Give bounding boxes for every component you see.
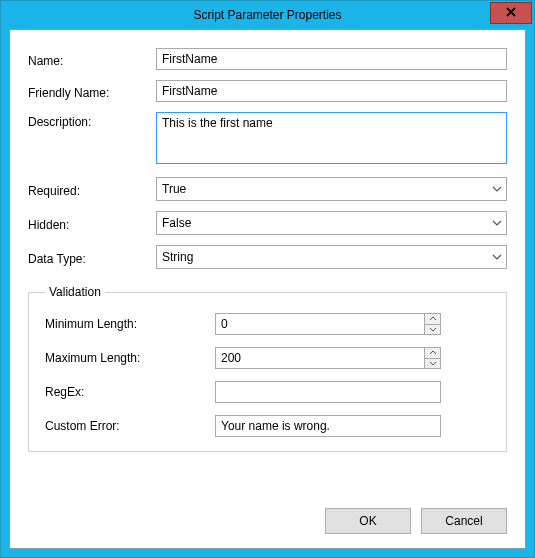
- ok-button[interactable]: OK: [325, 508, 411, 534]
- cancel-button[interactable]: Cancel: [421, 508, 507, 534]
- min-length-label: Minimum Length:: [45, 317, 215, 331]
- hidden-value: False: [162, 216, 191, 230]
- chevron-down-icon: [492, 254, 502, 260]
- data-type-select[interactable]: String: [156, 245, 507, 269]
- description-label: Description:: [28, 112, 156, 129]
- dialog-window: Script Parameter Properties Name: Friend…: [0, 0, 535, 558]
- custom-error-label: Custom Error:: [45, 419, 215, 433]
- name-label: Name:: [28, 51, 156, 68]
- close-button[interactable]: [490, 2, 532, 24]
- max-length-label: Maximum Length:: [45, 351, 215, 365]
- max-length-input[interactable]: [215, 347, 424, 369]
- window-title: Script Parameter Properties: [193, 8, 341, 22]
- chevron-down-icon: [492, 186, 502, 192]
- spin-down-icon[interactable]: [425, 325, 440, 335]
- required-label: Required:: [28, 181, 156, 198]
- spin-down-icon[interactable]: [425, 359, 440, 369]
- chevron-down-icon: [492, 220, 502, 226]
- max-length-stepper[interactable]: [215, 347, 441, 369]
- min-length-input[interactable]: [215, 313, 424, 335]
- required-value: True: [162, 182, 186, 196]
- friendly-name-input[interactable]: [156, 80, 507, 102]
- data-type-label: Data Type:: [28, 249, 156, 266]
- dialog-footer: OK Cancel: [28, 492, 507, 534]
- spin-up-icon[interactable]: [425, 314, 440, 325]
- name-input[interactable]: [156, 48, 507, 70]
- friendly-name-label: Friendly Name:: [28, 83, 156, 100]
- regex-input[interactable]: [215, 381, 441, 403]
- validation-legend: Validation: [45, 285, 105, 299]
- custom-error-input[interactable]: [215, 415, 441, 437]
- regex-label: RegEx:: [45, 385, 215, 399]
- data-type-value: String: [162, 250, 193, 264]
- required-select[interactable]: True: [156, 177, 507, 201]
- close-icon: [506, 6, 516, 20]
- spin-up-icon[interactable]: [425, 348, 440, 359]
- hidden-label: Hidden:: [28, 215, 156, 232]
- validation-group: Validation Minimum Length: Maximum Lengt…: [28, 285, 507, 452]
- client-area: Name: Friendly Name: Description: <!--js…: [9, 29, 526, 549]
- min-length-stepper[interactable]: [215, 313, 441, 335]
- description-textarea[interactable]: <!--js fills-->: [156, 112, 507, 164]
- hidden-select[interactable]: False: [156, 211, 507, 235]
- titlebar: Script Parameter Properties: [1, 1, 534, 29]
